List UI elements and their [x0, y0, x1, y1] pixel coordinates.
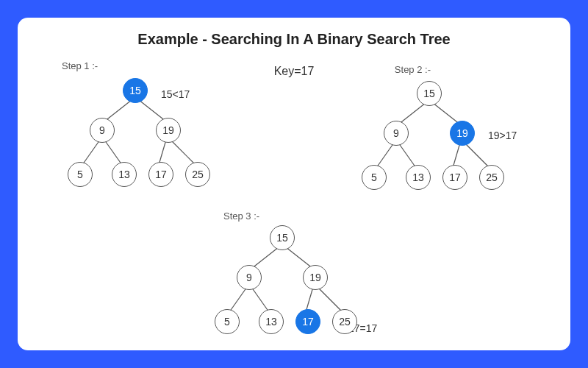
step-2-label: Step 2 :-	[395, 64, 431, 75]
step-1-label: Step 1 :-	[62, 60, 98, 71]
tree-node-root: 15	[270, 225, 295, 250]
tree-node-root: 15	[417, 81, 442, 106]
svg-line-10	[453, 143, 460, 168]
tree-step-3: 15 9 19 5 13 17 25	[194, 222, 370, 347]
svg-line-5	[171, 140, 196, 165]
tree-node-rr: 25	[479, 165, 504, 190]
svg-line-9	[398, 143, 416, 168]
svg-line-2	[82, 140, 100, 165]
tree-node-rr: 25	[332, 309, 357, 334]
tree-node-ll: 5	[68, 162, 93, 187]
svg-line-3	[104, 140, 122, 165]
tree-node-rl: 17	[295, 309, 320, 334]
search-key-label: Key=17	[274, 65, 315, 78]
svg-line-15	[251, 287, 269, 312]
tree-node-l: 9	[384, 121, 409, 146]
tree-node-r: 19	[303, 265, 328, 290]
svg-line-4	[159, 140, 166, 165]
svg-line-11	[465, 143, 490, 168]
tree-node-l: 9	[237, 265, 262, 290]
tree-step-1: 15 9 19 5 13 17 25	[47, 75, 223, 200]
tree-node-r: 19	[156, 118, 181, 143]
svg-line-8	[376, 143, 394, 168]
tree-node-lr: 13	[112, 162, 137, 187]
tree-node-r: 19	[450, 121, 475, 146]
tree-node-lr: 13	[259, 309, 284, 334]
diagram-panel: Example - Searching In A Binary Search T…	[18, 18, 570, 350]
tree-step-2: 15 9 19 5 13 17 25	[341, 78, 517, 203]
tree-node-rl: 17	[442, 165, 467, 190]
svg-line-14	[229, 287, 247, 312]
tree-node-ll: 5	[362, 165, 387, 190]
tree-node-root: 15	[123, 78, 148, 103]
tree-node-l: 9	[90, 118, 115, 143]
svg-line-16	[306, 287, 313, 312]
tree-node-lr: 13	[406, 165, 431, 190]
tree-node-rl: 17	[148, 162, 173, 187]
svg-line-17	[318, 287, 343, 312]
diagram-title: Example - Searching In A Binary Search T…	[35, 31, 553, 48]
step-3-label: Step 3 :-	[223, 210, 259, 222]
tree-node-rr: 25	[185, 162, 210, 187]
tree-node-ll: 5	[215, 309, 240, 334]
